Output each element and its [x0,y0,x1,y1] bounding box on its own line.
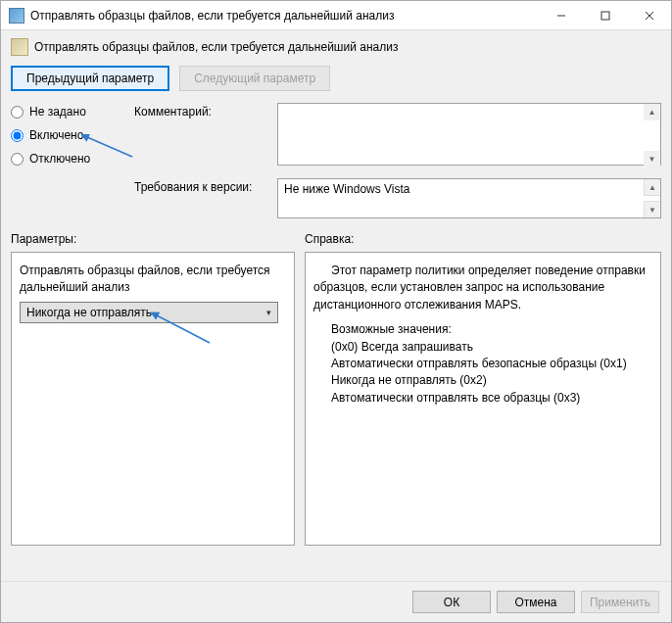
scroll-down-icon[interactable]: ▼ [644,151,660,168]
help-value-4: Автоматически отправлять все образцы (0x… [331,390,652,407]
radio-not-configured-input[interactable] [11,106,24,119]
scroll-down-icon[interactable]: ▼ [644,201,660,217]
radio-disabled-input[interactable] [11,153,24,166]
radio-enabled[interactable]: Включено [11,128,128,142]
close-icon [645,11,654,21]
comment-wrap: ▲ ▼ [277,103,661,168]
content-area: Отправлять образцы файлов, если требуетс… [1,30,671,581]
scroll-up-icon[interactable]: ▲ [644,104,660,120]
cancel-button[interactable]: Отмена [497,591,575,613]
parameters-combobox[interactable]: Никогда не отправлять ▾ [20,302,278,323]
requirements-label: Требования к версии: [134,178,271,194]
previous-setting-button[interactable]: Предыдущий параметр [11,66,169,91]
maximize-icon [600,11,610,21]
radio-enabled-input[interactable] [11,129,24,142]
parameters-box: Отправлять образцы файлов, если требуетс… [11,252,295,546]
titlebar: Отправлять образцы файлов, если требуетс… [1,1,671,30]
requirements-box: Не ниже Windows Vista ▲ ▼ [277,178,661,218]
minimize-button[interactable] [539,1,583,29]
subtitle-row: Отправлять образцы файлов, если требуетс… [11,38,661,56]
help-value-2: Автоматически отправлять безопасные обра… [331,356,652,372]
help-label: Справка: [305,232,661,246]
help-paragraph-2: Возможные значения: [313,321,652,338]
apply-button[interactable]: Применить [581,591,659,613]
parameters-option-text: Отправлять образцы файлов, если требуетс… [20,263,286,296]
help-value-3: Никогда не отправлять (0x2) [331,372,652,389]
help-panel: Справка: Этот параметр политики определя… [305,232,661,546]
parameters-label: Параметры: [11,232,295,246]
window-controls [539,1,671,29]
comment-textarea[interactable] [277,103,661,166]
chevron-down-icon: ▾ [266,308,271,317]
help-value-1: (0x0) Всегда запрашивать [331,339,652,356]
subtitle-text: Отправлять образцы файлов, если требуетс… [34,40,398,54]
nav-row: Предыдущий параметр Следующий параметр [11,66,661,91]
ok-button[interactable]: ОК [412,591,491,613]
combobox-value: Никогда не отправлять [26,306,152,319]
parameters-panel: Параметры: Отправлять образцы файлов, ес… [11,232,295,546]
policy-icon [11,38,28,56]
app-icon [9,8,24,24]
top-grid: Не задано Включено Отключено Комментарий… [11,103,661,218]
next-setting-button[interactable]: Следующий параметр [179,66,330,91]
help-paragraph-1: Этот параметр политики определяет поведе… [313,263,652,313]
close-button[interactable] [627,1,671,29]
maximize-button[interactable] [583,1,627,29]
dialog-footer: ОК Отмена Применить [1,581,671,622]
panels-row: Параметры: Отправлять образцы файлов, ес… [11,232,661,546]
state-radios: Не задано Включено Отключено [11,103,128,166]
radio-disabled[interactable]: Отключено [11,152,128,166]
radio-not-configured[interactable]: Не задано [11,105,128,119]
window-title: Отправлять образцы файлов, если требуетс… [30,9,539,23]
requirements-value: Не ниже Windows Vista [284,182,410,196]
radio-not-configured-label: Не задано [29,105,86,119]
svg-rect-1 [601,12,609,20]
radio-enabled-label: Включено [29,128,83,142]
help-box: Этот параметр политики определяет поведе… [305,252,661,546]
scroll-up-icon[interactable]: ▲ [644,179,660,196]
radio-disabled-label: Отключено [29,152,90,166]
comment-label: Комментарий: [134,103,271,119]
minimize-icon [556,11,566,21]
